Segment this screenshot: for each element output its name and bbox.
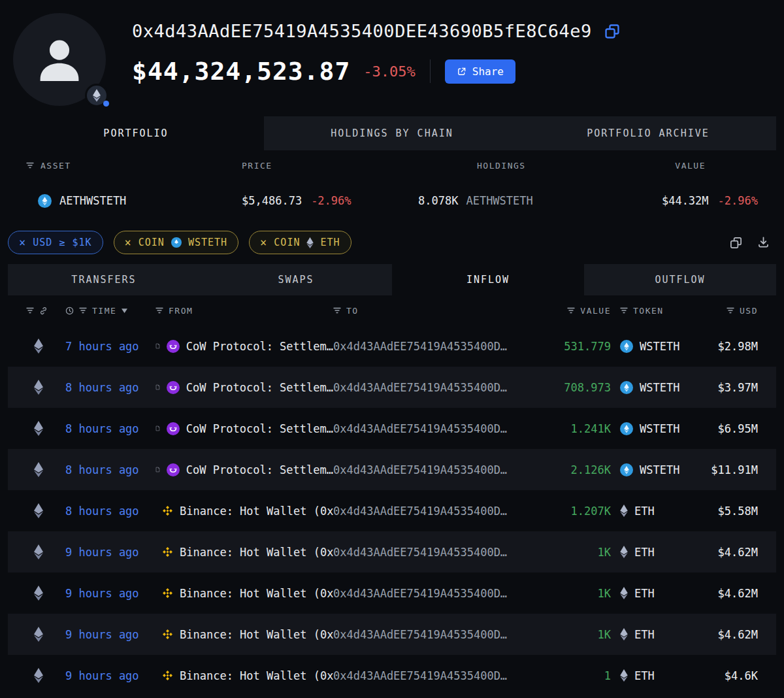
filter-icon[interactable] <box>26 161 34 169</box>
tx-to-address[interactable]: 0x4d43AAdEE75419A4535400D… <box>333 669 549 682</box>
tx-time-link[interactable]: 8 hours ago <box>57 422 155 435</box>
coin-filter-label: COIN <box>139 237 165 248</box>
asset-row[interactable]: AETHWSTETH $5,486.73 -2.96% 8.078K AETHW… <box>8 180 776 221</box>
tx-to-address[interactable]: 0x4d43AAdEE75419A4535400D… <box>333 381 549 394</box>
tx-time-link[interactable]: 8 hours ago <box>57 381 155 394</box>
tx-usd-value: $4.6K <box>702 669 758 682</box>
tx-from-label[interactable]: Binance: Hot Wallet (0x… <box>180 505 333 518</box>
filter-icon[interactable] <box>727 307 734 314</box>
transaction-row[interactable]: 8 hours ago <box>8 367 776 408</box>
filter-icon[interactable] <box>620 307 628 314</box>
price-header-label: PRICE <box>242 161 272 171</box>
transactions-table-header: TIME FROM TO VALUE TOKEN USD <box>8 295 776 325</box>
tx-to-address[interactable]: 0x4d43AAdEE75419A4535400D… <box>333 463 549 476</box>
value-header-label: VALUE <box>580 306 611 316</box>
tx-usd-value: $4.62M <box>702 587 758 600</box>
holdings-token: AETHWSTETH <box>466 194 532 207</box>
tx-to-address[interactable]: 0x4d43AAdEE75419A4535400D… <box>333 628 549 641</box>
ethereum-chain-badge <box>85 84 108 107</box>
ethereum-icon <box>34 462 43 477</box>
filter-chip-usd[interactable]: × USD ≥ $1K <box>8 231 103 254</box>
remove-filter-icon[interactable]: × <box>19 236 26 249</box>
tx-from-label[interactable]: CoW Protocol: Settlem… <box>186 340 333 353</box>
ethereum-icon <box>93 89 101 102</box>
tab-outflow[interactable]: OUTFLOW <box>584 264 776 295</box>
tx-time-link[interactable]: 8 hours ago <box>57 505 155 518</box>
tx-time-link[interactable]: 8 hours ago <box>57 463 155 476</box>
time-column-header[interactable]: TIME <box>57 306 155 316</box>
tab-inflow[interactable]: INFLOW <box>392 264 584 295</box>
tx-time-link[interactable]: 9 hours ago <box>57 628 155 641</box>
copy-address-button[interactable] <box>604 23 621 40</box>
download-button[interactable] <box>757 236 770 250</box>
tx-usd-value: $11.91M <box>702 463 758 476</box>
transaction-row[interactable]: 9 hours ago <box>8 573 776 614</box>
eth-icon <box>620 505 628 517</box>
tx-time-link[interactable]: 9 hours ago <box>57 669 155 682</box>
tx-value: 531.779 <box>549 340 611 353</box>
remove-filter-icon[interactable]: × <box>260 236 267 249</box>
tx-to-address[interactable]: 0x4d43AAdEE75419A4535400D… <box>333 587 549 600</box>
copy-table-button[interactable] <box>729 236 743 250</box>
tab-holdings-by-chain[interactable]: HOLDINGS BY CHAIN <box>264 116 520 150</box>
cow-protocol-icon <box>167 381 180 394</box>
transaction-row[interactable]: 7 hours ago <box>8 325 776 367</box>
from-header-label: FROM <box>169 306 193 316</box>
tab-swaps[interactable]: SWAPS <box>200 264 392 295</box>
status-dot <box>103 101 109 107</box>
tab-portfolio-archive[interactable]: PORTFOLIO ARCHIVE <box>520 116 776 150</box>
person-icon <box>31 31 88 88</box>
transaction-row[interactable]: 8 hours ago <box>8 449 776 490</box>
tx-time-link[interactable]: 9 hours ago <box>57 546 155 559</box>
tx-from-label[interactable]: CoW Protocol: Settlem… <box>186 422 333 435</box>
tx-value: 708.973 <box>549 381 611 394</box>
filter-icon[interactable] <box>333 307 341 314</box>
tx-from-label[interactable]: Binance: Hot Wallet (0x… <box>180 628 333 641</box>
ethereum-icon <box>34 586 43 601</box>
eth-icon <box>306 237 314 248</box>
filter-icon[interactable] <box>155 307 163 314</box>
filter-icon[interactable] <box>26 307 34 314</box>
tx-token-cell: WSTETH <box>611 340 702 353</box>
tx-to-address[interactable]: 0x4d43AAdEE75419A4535400D… <box>333 340 549 353</box>
profile-info: 0x4d43AAdEE75419A4535400DEE43690B5fE8C64… <box>132 13 621 107</box>
remove-filter-icon[interactable]: × <box>125 236 132 249</box>
asset-header-label: ASSET <box>41 161 71 171</box>
link-icon[interactable] <box>39 307 48 315</box>
tx-to-address[interactable]: 0x4d43AAdEE75419A4535400D… <box>333 505 549 518</box>
chevron-down-icon[interactable] <box>122 308 127 313</box>
tx-time-link[interactable]: 9 hours ago <box>57 587 155 600</box>
asset-column-header: ASSET <box>26 161 242 171</box>
share-button[interactable]: Share <box>445 59 515 84</box>
filter-icon[interactable] <box>79 307 87 314</box>
tx-time-link[interactable]: 7 hours ago <box>57 340 155 353</box>
wallet-address: 0x4d43AAdEE75419A4535400DEE43690B5fE8C64… <box>132 21 592 41</box>
tx-to-address[interactable]: 0x4d43AAdEE75419A4535400D… <box>333 546 549 559</box>
tx-to-address[interactable]: 0x4d43AAdEE75419A4535400D… <box>333 422 549 435</box>
tx-from-label[interactable]: CoW Protocol: Settlem… <box>186 463 333 476</box>
filter-icon[interactable] <box>567 307 575 314</box>
tx-value: 1K <box>549 546 611 559</box>
tab-transfers[interactable]: TRANSFERS <box>8 264 200 295</box>
wsteth-icon <box>620 381 633 394</box>
transaction-row[interactable]: 8 hours ago <box>8 490 776 531</box>
tx-from-label[interactable]: Binance: Hot Wallet (0x… <box>180 669 333 682</box>
tx-token-cell: WSTETH <box>611 381 702 394</box>
wsteth-icon <box>171 237 182 248</box>
filter-chip-coin-wsteth[interactable]: × COIN WSTETH <box>114 231 239 254</box>
tx-from-label[interactable]: Binance: Hot Wallet (0x… <box>180 587 333 600</box>
chain-cell <box>26 421 57 436</box>
tab-portfolio[interactable]: PORTFOLIO <box>8 116 264 150</box>
transaction-row[interactable]: 8 hours ago <box>8 408 776 449</box>
filter-chip-coin-eth[interactable]: × COIN ETH <box>249 231 351 254</box>
eth-icon <box>620 587 628 599</box>
transaction-row[interactable]: 9 hours ago <box>8 614 776 655</box>
coin-filter-token: ETH <box>320 237 340 248</box>
tx-from-label[interactable]: CoW Protocol: Settlem… <box>186 381 333 394</box>
transaction-row[interactable]: 9 hours ago <box>8 531 776 573</box>
tx-from-label[interactable]: Binance: Hot Wallet (0x… <box>180 546 333 559</box>
transaction-row[interactable]: 9 hours ago <box>8 655 776 696</box>
cow-protocol-icon <box>167 463 180 476</box>
tx-token-cell: ETH <box>611 587 702 600</box>
chain-cell <box>26 586 57 601</box>
